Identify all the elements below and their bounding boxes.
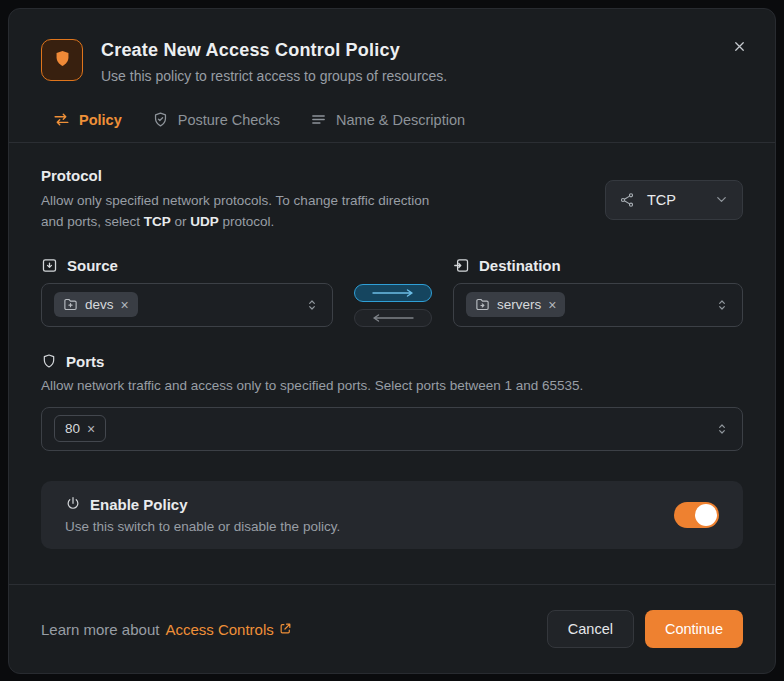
enable-policy-heading-row: Enable Policy xyxy=(65,496,340,513)
arrow-right-icon xyxy=(371,289,415,297)
enable-policy-card: Enable Policy Use this switch to enable … xyxy=(41,481,743,549)
direction-left-button[interactable] xyxy=(354,309,432,327)
destination-tag-label: servers xyxy=(497,297,541,312)
source-tag-devs: devs × xyxy=(54,292,138,317)
power-icon xyxy=(65,496,81,512)
unfold-chevrons-icon xyxy=(714,297,730,313)
protocol-desc-part: protocol. xyxy=(219,214,275,229)
remove-tag-icon[interactable]: × xyxy=(548,298,556,312)
arrow-left-icon xyxy=(371,314,415,322)
tab-posture-checks-label: Posture Checks xyxy=(178,112,280,128)
remove-tag-icon[interactable]: × xyxy=(87,422,95,436)
source-heading-row: Source xyxy=(41,257,333,274)
ports-heading: Ports xyxy=(66,353,104,370)
folder-move-icon xyxy=(475,297,490,312)
ports-tag-label: 80 xyxy=(65,421,80,436)
toggle-knob xyxy=(695,504,717,526)
dialog-body: Protocol Allow only specified network pr… xyxy=(9,143,775,549)
protocol-heading: Protocol xyxy=(41,167,449,184)
ports-input[interactable]: 80 × xyxy=(41,407,743,451)
protocol-tcp-bold: TCP xyxy=(144,214,171,229)
protocol-text: Protocol Allow only specified network pr… xyxy=(41,167,449,233)
protocol-desc-part: or xyxy=(171,214,191,229)
enable-policy-text: Enable Policy Use this switch to enable … xyxy=(65,496,340,534)
dialog-title: Create New Access Control Policy xyxy=(101,39,447,61)
folder-plus-icon xyxy=(63,297,78,312)
learn-more-prefix: Learn more about xyxy=(41,621,159,638)
continue-button[interactable]: Continue xyxy=(645,610,743,648)
create-policy-dialog: Create New Access Control Policy Use thi… xyxy=(8,8,776,674)
tab-policy-label: Policy xyxy=(79,112,122,128)
protocol-description: Allow only specified network protocols. … xyxy=(41,191,449,233)
source-heading: Source xyxy=(67,257,118,274)
tab-policy[interactable]: Policy xyxy=(53,111,122,128)
unfold-chevrons-icon xyxy=(714,421,730,437)
external-link-icon xyxy=(279,621,292,638)
tab-name-description[interactable]: Name & Description xyxy=(310,111,465,128)
close-button[interactable] xyxy=(728,35,751,61)
ports-tag-80: 80 × xyxy=(54,415,106,442)
access-controls-link[interactable]: Access Controls xyxy=(165,621,291,638)
tab-posture-checks[interactable]: Posture Checks xyxy=(152,111,280,128)
destination-heading-row: Destination xyxy=(453,257,743,274)
protocol-select-value: TCP xyxy=(647,192,676,208)
chevron-down-icon xyxy=(714,192,729,207)
destination-heading: Destination xyxy=(479,257,561,274)
destination-tag-servers: servers × xyxy=(466,292,565,317)
traffic-direction-toggle xyxy=(333,284,453,327)
enable-policy-heading: Enable Policy xyxy=(90,496,188,513)
dialog-subtitle: Use this policy to restrict access to gr… xyxy=(101,68,447,84)
enable-policy-toggle[interactable] xyxy=(674,502,719,528)
protocol-select[interactable]: TCP xyxy=(605,180,743,220)
dialog-header-text: Create New Access Control Policy Use thi… xyxy=(101,39,447,84)
source-section: Source devs × xyxy=(41,257,333,327)
ports-section: Ports Allow network traffic and access o… xyxy=(41,353,743,451)
dialog-footer: Learn more about Access Controls Cancel … xyxy=(9,584,775,673)
policy-shield-badge xyxy=(41,39,83,81)
shield-outline-icon xyxy=(41,353,57,369)
remove-tag-icon[interactable]: × xyxy=(121,298,129,312)
network-share-icon xyxy=(619,192,635,208)
unfold-chevrons-icon xyxy=(304,297,320,313)
swap-arrows-icon xyxy=(53,111,70,128)
tray-arrow-in-icon xyxy=(453,257,470,274)
shield-check-icon xyxy=(152,111,169,128)
protocol-udp-bold: UDP xyxy=(190,214,219,229)
access-controls-link-label: Access Controls xyxy=(165,621,273,638)
tray-arrow-down-icon xyxy=(41,257,58,274)
footer-buttons: Cancel Continue xyxy=(547,610,743,648)
ports-description: Allow network traffic and access only to… xyxy=(41,376,743,397)
dialog-header: Create New Access Control Policy Use thi… xyxy=(9,9,775,84)
tab-bar: Policy Posture Checks Name & Description xyxy=(9,84,775,143)
destination-section: Destination servers × xyxy=(453,257,743,327)
direction-right-button[interactable] xyxy=(354,284,432,302)
close-icon xyxy=(732,42,747,57)
source-destination-row: Source devs × xyxy=(41,257,743,327)
source-tag-label: devs xyxy=(85,297,114,312)
cancel-button[interactable]: Cancel xyxy=(547,610,634,648)
protocol-section: Protocol Allow only specified network pr… xyxy=(41,167,743,233)
destination-input[interactable]: servers × xyxy=(453,283,743,327)
tab-name-description-label: Name & Description xyxy=(336,112,465,128)
source-input[interactable]: devs × xyxy=(41,283,333,327)
shield-icon xyxy=(53,49,72,72)
ports-heading-row: Ports xyxy=(41,353,743,370)
enable-policy-description: Use this switch to enable or disable the… xyxy=(65,519,340,534)
learn-more-text: Learn more about Access Controls xyxy=(41,621,292,638)
lines-icon xyxy=(310,111,327,128)
